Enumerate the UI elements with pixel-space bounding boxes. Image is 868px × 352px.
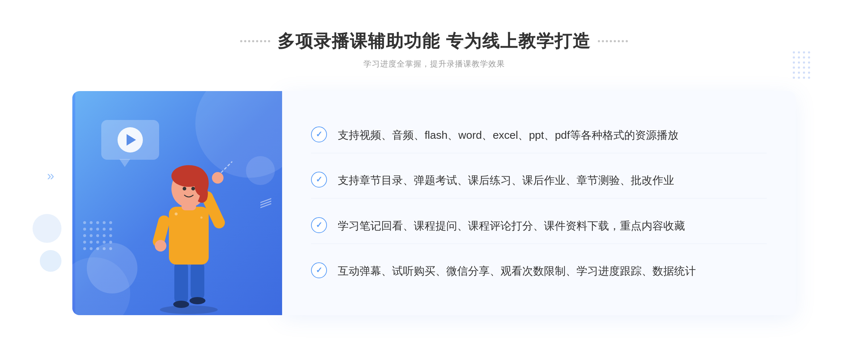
check-icon-4: ✓ — [311, 262, 327, 278]
svg-rect-2 — [191, 261, 204, 301]
check-mark-2: ✓ — [316, 176, 322, 184]
svg-point-16 — [155, 240, 166, 252]
feature-item-4: ✓ 互动弹幕、试听购买、微信分享、观看次数限制、学习进度跟踪、数据统计 — [311, 253, 767, 289]
page-subtitle: 学习进度全掌握，提升录播课教学效果 — [0, 59, 868, 69]
svg-point-4 — [190, 297, 205, 304]
page-container: » 多项录播课辅助功能 专为线上教学打造 学习进度全掌握，提升录播课教学效果 — [0, 8, 868, 344]
title-deco-right — [598, 40, 628, 42]
deco-circle-medium — [246, 156, 275, 185]
person-illustration — [131, 142, 247, 315]
svg-rect-1 — [174, 261, 188, 304]
content-panel: ✓ 支持视频、音频、flash、word、excel、ppt、pdf等各种格式的… — [282, 91, 796, 315]
page-title: 多项录播课辅助功能 专为线上教学打造 — [277, 30, 590, 53]
svg-point-3 — [173, 301, 189, 308]
title-deco-left — [240, 40, 270, 42]
title-row: 多项录播课辅助功能 专为线上教学打造 — [0, 30, 868, 53]
svg-point-0 — [160, 305, 218, 314]
check-mark-3: ✓ — [316, 221, 322, 229]
check-mark-4: ✓ — [316, 266, 322, 274]
header-section: 多项录播课辅助功能 专为线上教学打造 学习进度全掌握，提升录播课教学效果 — [0, 30, 868, 69]
feature-text-4: 互动弹幕、试听购买、微信分享、观看次数限制、学习进度跟踪、数据统计 — [338, 262, 767, 280]
svg-point-13 — [191, 187, 195, 190]
svg-point-18 — [200, 216, 203, 219]
check-icon-3: ✓ — [311, 217, 327, 233]
svg-point-15 — [212, 172, 224, 184]
chevron-decoration — [260, 200, 271, 206]
check-mark-1: ✓ — [316, 130, 322, 138]
left-arrow-decoration: » — [47, 168, 54, 184]
svg-point-12 — [183, 187, 186, 190]
illustration-panel — [72, 91, 282, 315]
deco-circle-small — [40, 250, 61, 272]
feature-text-2: 支持章节目录、弹题考试、课后练习、课后作业、章节测验、批改作业 — [338, 172, 767, 189]
feature-item-2: ✓ 支持章节目录、弹题考试、课后练习、课后作业、章节测验、批改作业 — [311, 163, 767, 198]
deco-circle-illustration — [87, 243, 137, 293]
svg-point-17 — [175, 213, 178, 215]
check-icon-2: ✓ — [311, 172, 327, 188]
accent-bar — [72, 91, 75, 315]
content-area: ✓ 支持视频、音频、flash、word、excel、ppt、pdf等各种格式的… — [0, 91, 868, 315]
feature-text-1: 支持视频、音频、flash、word、excel、ppt、pdf等各种格式的资源… — [338, 126, 767, 144]
deco-circle-large — [33, 214, 61, 243]
feature-item-3: ✓ 学习笔记回看、课程提问、课程评论打分、课件资料下载，重点内容收藏 — [311, 208, 767, 244]
feature-text-3: 学习笔记回看、课程提问、课程评论打分、课件资料下载，重点内容收藏 — [338, 217, 767, 235]
check-icon-1: ✓ — [311, 126, 327, 142]
feature-item-1: ✓ 支持视频、音频、flash、word、excel、ppt、pdf等各种格式的… — [311, 117, 767, 153]
svg-rect-5 — [169, 207, 209, 265]
